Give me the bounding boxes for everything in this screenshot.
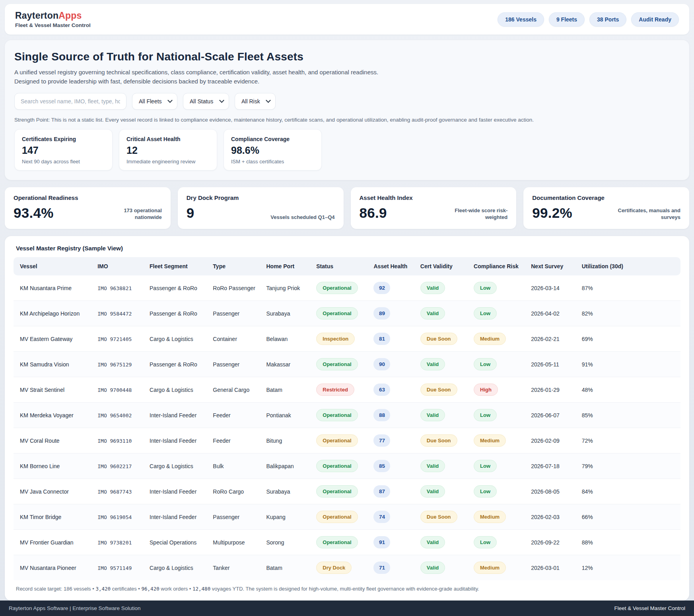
kpi-value: 9 [187, 205, 194, 221]
vessel-name-cell: MV Frontier Guardian [14, 530, 93, 555]
cert-validity-cell: Valid [416, 275, 470, 301]
fleet-filter[interactable]: All Fleets [132, 93, 177, 110]
kpi-row: Operational Readiness93.4%173 operationa… [5, 187, 689, 229]
cert-validity-badge: Due Soon [420, 333, 457, 345]
utilization-cell: 85% [578, 403, 680, 428]
utilization-cell: 91% [578, 352, 680, 377]
cert-validity-badge: Valid [420, 562, 445, 574]
compliance-risk-badge: Low [474, 485, 497, 498]
imo-cell: IMO 9654002 [93, 403, 146, 428]
next-survey-cell: 2026-05-11 [527, 352, 577, 377]
fleet-segment-cell: Special Operations [146, 530, 209, 555]
header-badge-1[interactable]: 9 Fleets [549, 12, 585, 27]
utilization-cell: 79% [578, 453, 680, 479]
status-cell: Operational [312, 352, 369, 377]
compliance-risk-cell: Medium [470, 428, 527, 453]
table-row: MV Nusantara PioneerIMO 9571149Cargo & L… [14, 555, 680, 580]
utilization-cell: 87% [578, 275, 680, 301]
header-badge-3[interactable]: Audit Ready [631, 12, 679, 27]
status-filter[interactable]: All Status [183, 93, 229, 110]
table-row: MV Coral RouteIMO 9693110Inter-Island Fe… [14, 428, 680, 453]
stat-card-caption: Immediate engineering review [126, 159, 210, 165]
stat-card-0: Certificates Expiring147Next 90 days acr… [14, 129, 113, 170]
kpi-bottom: 86.9Fleet-wide score risk-weighted [360, 205, 508, 221]
strength-note: Strength Point: This is not a static lis… [14, 117, 680, 123]
footer-left-text: Rayterton Apps Software | Enterprise Sof… [9, 605, 140, 611]
stat-cards-row: Certificates Expiring147Next 90 days acr… [14, 129, 680, 170]
cert-validity-cell: Valid [416, 403, 470, 428]
risk-filter-wrap: All Risk [235, 93, 276, 110]
compliance-risk-badge: Medium [474, 511, 506, 523]
cert-validity-cell: Valid [416, 479, 470, 504]
imo-cell: IMO 9638821 [93, 275, 146, 301]
kpi-card-3: Documentation Coverage99.2%Certificates,… [523, 187, 689, 229]
next-survey-cell: 2026-02-03 [527, 504, 577, 530]
app-footer: Rayterton Apps Software | Enterprise Sof… [0, 601, 694, 616]
type-cell: Feeder [209, 403, 262, 428]
imo-number: IMO 9638821 [97, 285, 132, 291]
header-badge-0[interactable]: 186 Vessels [498, 12, 544, 27]
risk-filter[interactable]: All Risk [235, 93, 276, 110]
asset-health-cell: 77 [369, 428, 416, 453]
status-badge: Restricted [316, 384, 354, 396]
column-header: Vessel [14, 257, 93, 275]
asset-health-cell: 91 [369, 530, 416, 555]
imo-number: IMO 9584472 [97, 311, 132, 317]
type-cell: RoRo Cargo [209, 479, 262, 504]
kpi-title: Dry Dock Program [187, 194, 335, 201]
status-cell: Operational [312, 504, 369, 530]
column-header: Status [312, 257, 369, 275]
asset-health-badge: 81 [373, 333, 390, 345]
cert-validity-cell: Valid [416, 352, 470, 377]
note-text: voyages YTD. The system is designed for … [210, 586, 479, 592]
table-row: KM Archipelago HorizonIMO 9584472Passeng… [14, 301, 680, 326]
asset-health-cell: 92 [369, 275, 416, 301]
utilization-cell: 48% [578, 377, 680, 403]
compliance-risk-badge: Medium [474, 434, 506, 447]
vessel-name-cell: KM Merdeka Voyager [14, 403, 93, 428]
kpi-bottom: 93.4%173 operational nationwide [14, 205, 162, 221]
imo-cell: IMO 9571149 [93, 555, 146, 580]
asset-health-cell: 85 [369, 453, 416, 479]
stat-card-value: 12 [126, 145, 210, 156]
status-badge: Operational [316, 460, 358, 472]
asset-health-cell: 89 [369, 301, 416, 326]
vessel-name-cell: MV Coral Route [14, 428, 93, 453]
status-cell: Operational [312, 530, 369, 555]
asset-health-badge: 91 [373, 536, 390, 548]
kpi-title: Asset Health Index [360, 194, 508, 201]
utilization-cell: 88% [578, 530, 680, 555]
search-input[interactable] [14, 93, 126, 110]
kpi-title: Operational Readiness [14, 194, 162, 201]
compliance-risk-cell: Low [470, 301, 527, 326]
asset-health-badge: 77 [373, 434, 390, 447]
compliance-risk-badge: Low [474, 409, 497, 421]
type-cell: Passenger [209, 301, 262, 326]
note-text: work orders • [159, 586, 192, 592]
stat-card-value: 98.6% [231, 145, 314, 156]
next-survey-cell: 2026-03-14 [527, 275, 577, 301]
kpi-card-1: Dry Dock Program9Vessels scheduled Q1–Q4 [178, 187, 344, 229]
compliance-risk-cell: Low [470, 403, 527, 428]
status-badge: Operational [316, 485, 358, 498]
home-port-cell: Surabaya [262, 301, 313, 326]
table-title: Vessel Master Registry (Sample View) [16, 245, 680, 252]
status-filter-wrap: All Status [183, 93, 229, 110]
kpi-value: 99.2% [532, 205, 572, 221]
stat-card-title: Compliance Coverage [231, 136, 314, 142]
imo-cell: IMO 9700448 [93, 377, 146, 403]
imo-cell: IMO 9602217 [93, 453, 146, 479]
compliance-risk-cell: Medium [470, 504, 527, 530]
app-header: RaytertonApps Fleet & Vessel Master Cont… [5, 4, 689, 35]
vessel-name-cell: MV Nusantara Pioneer [14, 555, 93, 580]
type-cell: Container [209, 326, 262, 352]
column-header: Fleet Segment [146, 257, 209, 275]
cert-validity-cell: Valid [416, 453, 470, 479]
fleet-segment-cell: Cargo & Logistics [146, 377, 209, 403]
stat-card-caption: Next 90 days across fleet [22, 159, 105, 165]
header-badge-2[interactable]: 38 Ports [589, 12, 626, 27]
next-survey-cell: 2026-08-05 [527, 479, 577, 504]
search-controls: All FleetsAll StatusAll Risk [14, 93, 680, 110]
imo-number: IMO 9700448 [97, 387, 132, 393]
vessel-name-cell: KM Borneo Line [14, 453, 93, 479]
